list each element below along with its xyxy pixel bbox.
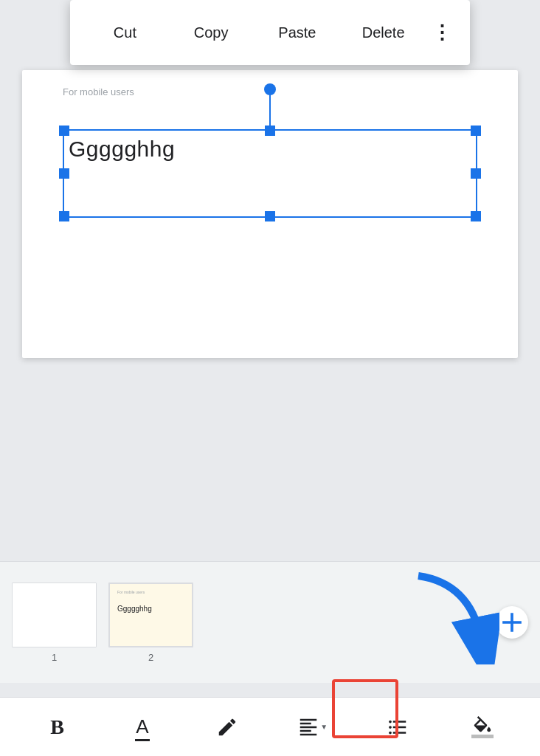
text-box-content[interactable]: Ggggghhg bbox=[69, 137, 175, 162]
list-icon bbox=[387, 716, 409, 738]
slide-content: For mobile users Ggggghhg bbox=[22, 70, 518, 358]
thumbnail-number-2: 2 bbox=[148, 652, 153, 663]
resize-handle-middle-left[interactable] bbox=[59, 168, 69, 179]
slide-subtitle: For mobile users bbox=[63, 86, 134, 97]
list-button[interactable] bbox=[379, 709, 416, 746]
thumbnail-item-2[interactable]: For mobile users Ggggghhg 2 bbox=[108, 583, 193, 663]
align-dropdown-arrow: ▼ bbox=[320, 723, 328, 731]
thumbnail-strip: 1 For mobile users Ggggghhg 2 bbox=[0, 561, 540, 683]
resize-handle-top-center[interactable] bbox=[265, 126, 275, 136]
resize-handle-bottom-left[interactable] bbox=[59, 211, 69, 221]
resize-handle-top-left[interactable] bbox=[59, 126, 69, 136]
align-icon bbox=[297, 716, 319, 738]
thumbnail-text-2: Ggggghhg bbox=[117, 605, 152, 613]
resize-handle-bottom-right[interactable] bbox=[471, 211, 481, 221]
align-button[interactable]: ▼ bbox=[294, 709, 331, 746]
plus-icon bbox=[496, 606, 528, 639]
bold-icon: B bbox=[50, 715, 64, 739]
slide-canvas: For mobile users Ggggghhg bbox=[22, 70, 518, 358]
rotation-line bbox=[269, 92, 271, 129]
pencil-button[interactable] bbox=[209, 709, 246, 746]
rotation-handle[interactable] bbox=[264, 83, 276, 95]
thumbnail-number-1: 1 bbox=[52, 652, 57, 663]
context-menu: Cut Copy Paste Delete ⋮ bbox=[70, 0, 470, 65]
pencil-icon bbox=[216, 716, 238, 738]
text-color-button[interactable]: A bbox=[124, 709, 161, 746]
thumbnail-item-1[interactable]: 1 bbox=[12, 583, 97, 663]
delete-button[interactable]: Delete bbox=[340, 18, 426, 47]
bold-button[interactable]: B bbox=[39, 709, 76, 746]
copy-button[interactable]: Copy bbox=[168, 18, 255, 47]
text-box-selected[interactable]: Ggggghhg bbox=[63, 129, 477, 218]
text-color-label: A bbox=[136, 715, 148, 738]
resize-handle-middle-right[interactable] bbox=[471, 168, 481, 179]
resize-handle-bottom-center[interactable] bbox=[265, 211, 275, 221]
thumbnail-subtitle-2: For mobile users bbox=[117, 590, 145, 594]
paint-bucket-icon bbox=[471, 716, 494, 738]
thumbnail-slide-1[interactable] bbox=[12, 583, 97, 647]
cut-button[interactable]: Cut bbox=[82, 18, 168, 47]
paste-button[interactable]: Paste bbox=[255, 18, 341, 47]
text-color-underline bbox=[135, 739, 150, 741]
thumbnail-slide-2[interactable]: For mobile users Ggggghhg bbox=[108, 583, 193, 647]
more-options-button[interactable]: ⋮ bbox=[426, 16, 458, 50]
add-slide-button[interactable] bbox=[496, 606, 528, 639]
paint-bucket-button[interactable] bbox=[464, 709, 501, 746]
resize-handle-top-right[interactable] bbox=[471, 126, 481, 136]
toolbar: B A ▼ bbox=[0, 697, 540, 756]
